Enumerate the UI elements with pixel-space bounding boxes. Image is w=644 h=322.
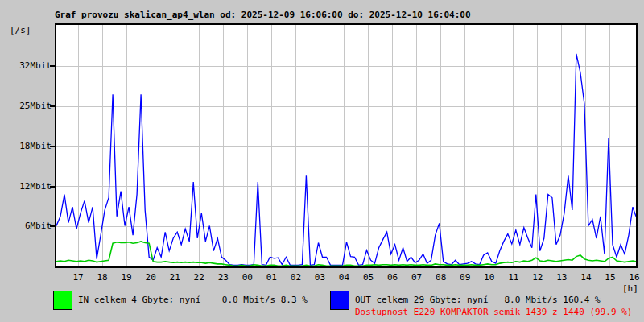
y-tick-label-18Mbit: 18Mbit (14, 142, 52, 151)
y-tick-mark (50, 65, 55, 67)
x-axis-unit-label: [h] (622, 283, 638, 294)
x-tick-label-17: 17 (68, 273, 88, 283)
x-tick-label-03: 03 (310, 273, 329, 283)
x-tick-label-05: 05 (359, 273, 378, 283)
x-tick-label-01: 01 (262, 273, 281, 283)
y-tick-mark (50, 146, 55, 147)
y-tick-label-32Mbit: 32Mbit (14, 61, 52, 71)
x-tick-label-06: 06 (383, 273, 402, 283)
legend-in-label: IN celkem 4 Gbyte; nyní 0.0 Mbit/s 8.3 % (78, 295, 308, 305)
x-tick-label-07: 07 (407, 273, 427, 283)
x-tick-label-16: 16 (625, 273, 644, 283)
x-tick-label-02: 02 (286, 273, 305, 283)
y-tick-label-25Mbit: 25Mbit (14, 101, 52, 111)
x-tick-label-11: 11 (504, 273, 523, 283)
x-tick-label-22: 22 (189, 273, 208, 283)
x-tick-label-23: 23 (213, 273, 233, 283)
x-tick-label-10: 10 (480, 273, 499, 283)
y-tick-label-6Mbit: 6Mbit (14, 221, 52, 231)
x-tick-label-08: 08 (431, 273, 451, 283)
y-tick-mark (50, 225, 55, 227)
traffic-chart (56, 25, 636, 266)
legend-in-swatch (53, 291, 72, 310)
x-tick-label-00: 00 (237, 273, 257, 283)
series-out-line (56, 54, 636, 266)
x-tick-label-19: 19 (117, 273, 136, 283)
y-tick-mark (50, 186, 55, 188)
x-tick-label-09: 09 (456, 273, 475, 283)
availability-status-text: Dostupnost E220 KOMPAKTOR semik 1439 z 1… (355, 307, 632, 317)
x-tick-label-12: 12 (528, 273, 547, 283)
x-tick-label-13: 13 (552, 273, 572, 283)
legend-out-label: OUT celkem 29 Gbyte; nyní 8.0 Mbit/s 160… (355, 295, 601, 305)
x-tick-label-18: 18 (93, 273, 112, 283)
traffic-graph-page: { "title": "Graf provozu skalican_ap4_wl… (0, 0, 644, 322)
x-tick-label-14: 14 (576, 273, 596, 283)
x-tick-label-21: 21 (165, 273, 184, 283)
x-tick-label-15: 15 (601, 273, 620, 283)
y-axis-unit-label: [/s] (10, 25, 31, 35)
x-tick-label-04: 04 (334, 273, 353, 283)
legend-out-swatch (330, 291, 349, 310)
y-tick-mark (50, 105, 55, 107)
y-tick-label-12Mbit: 12Mbit (14, 182, 52, 192)
x-tick-label-20: 20 (141, 273, 160, 283)
graph-title: Graf provozu skalican_ap4_wlan od: 2025-… (55, 10, 471, 20)
plot-area (55, 23, 638, 268)
